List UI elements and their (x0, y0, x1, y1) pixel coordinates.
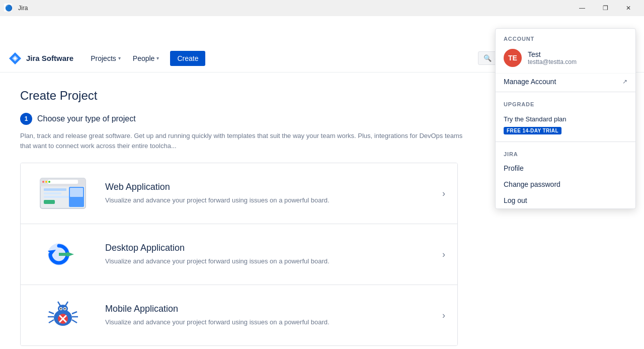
manage-account-link[interactable]: Manage Account ↗ (496, 73, 635, 90)
dropdown-user-name: Test (528, 50, 577, 58)
svg-line-38 (72, 320, 77, 323)
people-label: People (133, 54, 155, 62)
step-1-row: 1 Choose your type of project Plan, trac… (20, 113, 463, 346)
desktop-app-title: Desktop Application (105, 243, 434, 253)
mobile-app-arrow-icon: › (442, 310, 445, 321)
svg-point-28 (60, 308, 62, 310)
dropdown-user-email: testta@testta.com (528, 58, 577, 65)
jira-section-label: JIRA (496, 144, 635, 160)
svg-point-9 (42, 181, 44, 183)
web-application-card[interactable]: Web Application Visualize and advance yo… (21, 163, 457, 224)
desktop-app-icon (38, 237, 88, 272)
mobile-app-desc: Visualize and advance your project forwa… (105, 317, 434, 327)
people-chevron-icon: ▾ (156, 55, 159, 61)
web-app-desc: Visualize and advance your project forwa… (105, 195, 434, 205)
web-app-arrow-icon: › (442, 188, 445, 199)
web-app-icon (38, 176, 88, 211)
main-content: Create Project 1 Choose your type of pro… (0, 73, 483, 349)
svg-point-11 (48, 181, 50, 183)
app-favicon-icon: 🔵 (4, 4, 12, 13)
svg-line-25 (65, 302, 68, 306)
svg-point-10 (45, 181, 47, 183)
logo-icon (8, 51, 22, 65)
search-icon: 🔍 (484, 54, 492, 62)
svg-rect-21 (59, 253, 68, 256)
step-1-title: Choose your type of project (37, 114, 136, 123)
close-button[interactable]: ✕ (617, 0, 640, 16)
dropdown-divider-2 (496, 142, 635, 142)
svg-rect-14 (44, 196, 71, 198)
svg-line-24 (58, 302, 60, 306)
logo-text: Jira Software (26, 54, 73, 62)
desktop-application-card[interactable]: Desktop Application Visualize and advanc… (21, 224, 457, 285)
dropdown-avatar: TE (504, 49, 522, 67)
project-cards: Web Application Visualize and advance yo… (20, 163, 458, 346)
svg-line-33 (49, 312, 54, 314)
upgrade-text: Try the Standard plan FREE 14-DAY TRIAL (504, 115, 627, 134)
upgrade-area: Try the Standard plan FREE 14-DAY TRIAL (496, 110, 635, 139)
desktop-app-desc: Visualize and advance your project forwa… (105, 256, 434, 266)
svg-rect-12 (44, 188, 66, 191)
svg-point-29 (64, 308, 66, 310)
maximize-button[interactable]: ❐ (594, 0, 617, 16)
logo-area: Jira Software (8, 51, 73, 65)
account-dropdown: ACCOUNT TE Test testta@testta.com Manage… (495, 28, 636, 209)
account-section-label: ACCOUNT (496, 29, 635, 45)
step-1-label: 1 Choose your type of project (20, 113, 463, 125)
window-controls: — ❐ ✕ (571, 0, 640, 16)
svg-rect-8 (48, 180, 78, 184)
nav-projects[interactable]: Projects ▾ (86, 51, 126, 65)
mobile-app-icon-area (33, 295, 93, 335)
mobile-app-title: Mobile Application (105, 304, 434, 314)
nav-items: Projects ▾ People ▾ Create (86, 51, 478, 66)
svg-rect-17 (70, 188, 83, 197)
trial-badge: FREE 14-DAY TRIAL (504, 127, 561, 134)
minimize-button[interactable]: — (571, 0, 594, 16)
dropdown-user-details: Test testta@testta.com (528, 50, 577, 65)
projects-label: Projects (91, 54, 116, 62)
svg-line-35 (49, 320, 54, 323)
change-password-menu-item[interactable]: Change password (496, 176, 635, 192)
projects-chevron-icon: ▾ (118, 55, 121, 61)
mobile-application-card[interactable]: Mobile Application Visualize and advance… (21, 285, 457, 345)
desktop-app-info: Desktop Application Visualize and advanc… (105, 243, 434, 266)
step-1-badge: 1 (20, 113, 32, 125)
svg-line-36 (72, 312, 77, 314)
web-app-title: Web Application (105, 182, 434, 192)
desktop-app-icon-area (33, 234, 93, 274)
step-subtitle: Plan, track and release great software. … (20, 131, 463, 151)
upgrade-section-label: UPGRADE (496, 94, 635, 110)
create-button[interactable]: Create (170, 51, 205, 66)
page-title: Create Project (20, 89, 463, 103)
web-app-icon-area (33, 173, 93, 214)
desktop-app-arrow-icon: › (442, 249, 445, 260)
window-title: Jira (18, 5, 28, 12)
svg-rect-15 (44, 200, 55, 204)
profile-menu-item[interactable]: Profile (496, 160, 635, 176)
nav-people[interactable]: People ▾ (128, 51, 165, 65)
dropdown-divider-1 (496, 92, 635, 92)
window-chrome: 🔵 Jira — ❐ ✕ (0, 0, 644, 16)
external-link-icon: ↗ (622, 78, 627, 85)
svg-marker-20 (67, 252, 74, 257)
log-out-menu-item[interactable]: Log out (496, 192, 635, 208)
web-app-info: Web Application Visualize and advance yo… (105, 182, 434, 205)
svg-rect-13 (44, 192, 61, 194)
mobile-app-info: Mobile Application Visualize and advance… (105, 304, 434, 327)
svg-text:🔵: 🔵 (5, 4, 12, 12)
dropdown-user-info: TE Test testta@testta.com (496, 45, 635, 73)
mobile-app-icon (38, 298, 88, 333)
